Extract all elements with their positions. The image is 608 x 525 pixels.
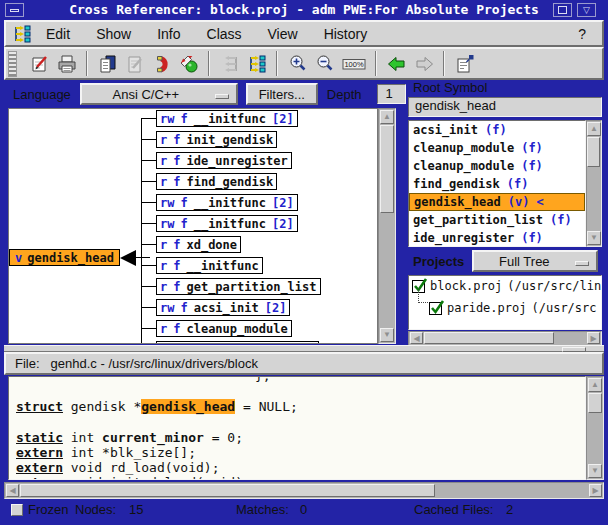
graph-root-node-row: v gendisk_head bbox=[9, 249, 150, 266]
source-code-view[interactable]: }; struct gendisk *gendisk_head = NULL; … bbox=[8, 376, 586, 480]
scrollbar-thumb[interactable] bbox=[380, 125, 394, 213]
scrollbar-thumb[interactable] bbox=[20, 484, 435, 497]
option-menu-indicator bbox=[215, 94, 229, 99]
toolbar-separator bbox=[443, 51, 445, 76]
symbol-list-item[interactable]: cleanup_module(f) bbox=[409, 157, 585, 175]
menu-history[interactable]: History bbox=[311, 26, 381, 42]
collapse-tree-button[interactable] bbox=[217, 51, 242, 76]
tree-expand-icon bbox=[247, 54, 267, 74]
root-symbol-input[interactable]: gendisk_head bbox=[408, 97, 602, 117]
frozen-label: Frozen bbox=[28, 502, 68, 517]
cached-label: Cached Files: bbox=[414, 502, 493, 517]
graph-node[interactable]: rfinit_gendisk bbox=[156, 131, 277, 148]
depth-input[interactable]: 1 bbox=[377, 84, 406, 104]
menu-view[interactable]: View bbox=[255, 26, 311, 42]
rocket-icon bbox=[178, 53, 200, 75]
symbol-list-item[interactable]: get_partition_list(f) bbox=[409, 211, 585, 229]
annotate-button[interactable] bbox=[27, 51, 52, 76]
graph-node[interactable]: rfcleanup_module[2] bbox=[156, 341, 319, 344]
scrollbar-thumb[interactable] bbox=[424, 332, 554, 344]
print-button[interactable] bbox=[54, 51, 79, 76]
graph-node[interactable]: rwf__initfunc[2] bbox=[156, 194, 298, 211]
scroll-down-icon[interactable]: ▼ bbox=[588, 464, 602, 478]
pane-divider[interactable] bbox=[4, 345, 604, 352]
expand-tree-button[interactable] bbox=[244, 51, 269, 76]
symbol-list-scrollbar[interactable]: ▲ ▼ bbox=[586, 120, 602, 247]
graph-node[interactable]: rffind_gendisk bbox=[156, 173, 277, 190]
window-shade-button[interactable]: ▽ bbox=[577, 3, 596, 17]
scroll-right-icon[interactable]: ▶ bbox=[587, 332, 600, 344]
highlighted-symbol: gendisk_head bbox=[141, 399, 235, 414]
scrollbar-thumb[interactable] bbox=[588, 393, 602, 413]
toolbar-separator bbox=[276, 51, 278, 76]
menu-show[interactable]: Show bbox=[83, 26, 144, 42]
zoom-100-button[interactable]: 100% bbox=[339, 51, 368, 76]
scroll-up-icon[interactable]: ▲ bbox=[587, 122, 601, 136]
copy-button[interactable] bbox=[95, 51, 120, 76]
zoom-in-button[interactable] bbox=[285, 51, 310, 76]
menu-help[interactable]: ? bbox=[578, 26, 602, 42]
zoom-out-button[interactable] bbox=[312, 51, 337, 76]
menu-info[interactable]: Info bbox=[144, 26, 193, 42]
history-forward-button[interactable] bbox=[411, 51, 436, 76]
generate-button[interactable] bbox=[176, 51, 201, 76]
graph-node[interactable]: rfxd_done bbox=[156, 236, 241, 253]
language-dropdown[interactable]: Ansi C/C++ bbox=[80, 83, 238, 105]
filters-button[interactable]: Filters... bbox=[246, 83, 318, 105]
scroll-left-icon[interactable]: ◀ bbox=[410, 332, 423, 344]
menu-edit[interactable]: Edit bbox=[33, 26, 83, 42]
cross-reference-graph[interactable]: rwf__initfunc[2] rfinit_gendisk rfide_un… bbox=[8, 108, 378, 344]
toolbar-separator bbox=[375, 51, 377, 76]
frozen-checkbox[interactable] bbox=[11, 504, 23, 516]
graph-node[interactable]: rfget_partition_list bbox=[156, 278, 321, 295]
matches-value: 0 bbox=[300, 502, 307, 517]
projects-mode-dropdown[interactable]: Full Tree bbox=[472, 250, 598, 272]
edit-document-button[interactable] bbox=[122, 51, 147, 76]
graph-node[interactable]: rwf__initfunc[2] bbox=[156, 215, 298, 232]
symbol-list-item[interactable]: find_gendisk(f) bbox=[409, 175, 585, 193]
code-vertical-scrollbar[interactable]: ▲ ▼ bbox=[586, 376, 604, 480]
graph-node[interactable]: rwf__initfunc[2] bbox=[156, 110, 298, 127]
cross-referencer-window: Cross Referencer: block.proj - adm PWE:F… bbox=[0, 0, 608, 525]
depth-label: Depth bbox=[318, 87, 371, 102]
symbol-list-item[interactable]: cleanup_module(f) bbox=[409, 139, 585, 157]
window-maximize-button[interactable] bbox=[553, 3, 572, 17]
file-bar: File: genhd.c - /usr/src/linux/drivers/b… bbox=[4, 352, 604, 375]
scroll-right-icon[interactable]: ▶ bbox=[589, 484, 602, 497]
project-tree-item[interactable]: paride.proj(/usr/src bbox=[429, 301, 597, 315]
project-checkbox-checked[interactable] bbox=[429, 302, 442, 315]
current-symbol-marker: < bbox=[536, 195, 543, 209]
code-horizontal-scrollbar[interactable]: ◀ ▶ bbox=[4, 482, 604, 499]
menu-class[interactable]: Class bbox=[194, 26, 255, 42]
graph-node[interactable]: rwfacsi_init[2] bbox=[156, 299, 290, 316]
titlebar[interactable]: Cross Referencer: block.proj - adm PWE:F… bbox=[0, 0, 608, 20]
root-arrow-icon bbox=[120, 250, 136, 266]
file-label: File: bbox=[6, 356, 40, 371]
graph-node[interactable]: rfide_unregister bbox=[156, 152, 292, 169]
code-line: static int current_minor = 0; bbox=[16, 430, 243, 445]
symbol-list-item[interactable]: ide_unregister(f) bbox=[409, 229, 585, 247]
scroll-down-icon[interactable]: ▼ bbox=[587, 231, 601, 245]
graph-node[interactable]: rfcleanup_module bbox=[156, 320, 292, 337]
history-back-button[interactable] bbox=[384, 51, 409, 76]
properties-button[interactable] bbox=[452, 51, 477, 76]
graph-vertical-scrollbar[interactable]: ▲ ▼ bbox=[378, 108, 396, 344]
grab-references-button[interactable] bbox=[149, 51, 174, 76]
toolbar-grip[interactable] bbox=[8, 51, 17, 77]
scroll-up-icon[interactable]: ▲ bbox=[588, 378, 602, 392]
scroll-down-icon[interactable]: ▼ bbox=[380, 328, 394, 342]
projects-tree[interactable]: block.proj(/usr/src/lin paride.proj(/usr… bbox=[408, 275, 602, 330]
symbol-list-item[interactable]: acsi_init(f) bbox=[409, 121, 585, 139]
graph-root-node[interactable]: v gendisk_head bbox=[9, 249, 120, 266]
code-line-clipped-bottom: extern void initrd_load(void); bbox=[16, 475, 251, 480]
scrollbar-thumb[interactable] bbox=[587, 137, 600, 167]
scroll-up-icon[interactable]: ▲ bbox=[380, 110, 394, 124]
symbol-list-item-selected[interactable]: gendisk_head(v)< bbox=[409, 193, 585, 211]
status-bar: Frozen Nodes: 15 Matches: 0 Cached Files… bbox=[4, 499, 604, 521]
project-tree-item[interactable]: block.proj(/usr/src/lin bbox=[412, 279, 601, 293]
scroll-left-icon[interactable]: ◀ bbox=[6, 484, 19, 497]
graph-trunk-line bbox=[141, 118, 142, 344]
graph-node[interactable]: rf__initfunc bbox=[156, 257, 263, 274]
symbol-list[interactable]: acsi_init(f) cleanup_module(f) cleanup_m… bbox=[408, 120, 586, 247]
projects-horizontal-scrollbar[interactable]: ◀ ▶ bbox=[408, 331, 602, 346]
